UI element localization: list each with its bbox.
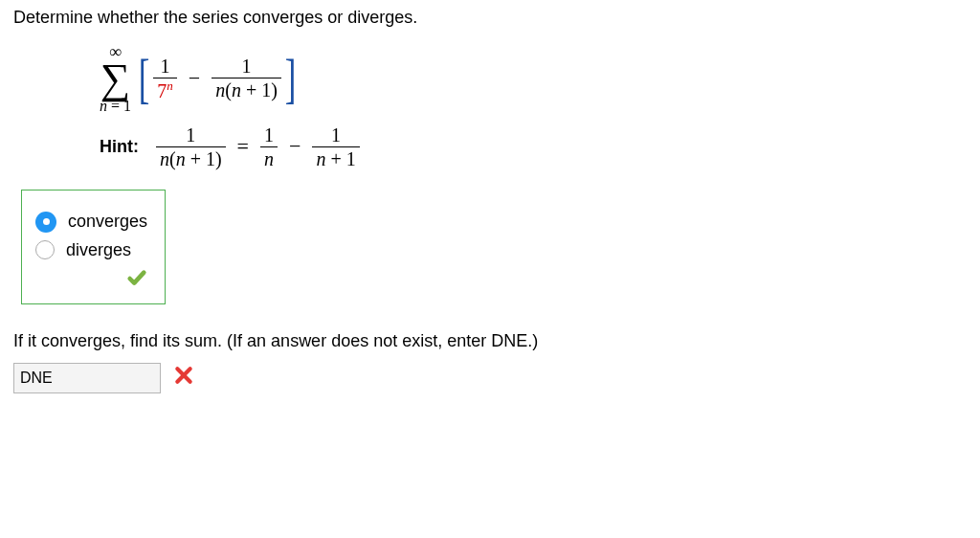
option-converges-label: converges [68,212,147,232]
part2-prompt: If it converges, find its sum. (If an an… [13,331,967,351]
incorrect-x-icon [174,366,193,390]
hint-label: Hint: [100,137,139,157]
hint-rhs-fraction-1: 1 n [260,123,278,170]
option-converges[interactable]: converges [35,212,147,233]
correct-check-icon [35,268,147,294]
sum-input[interactable] [13,363,161,393]
radio-selected-icon[interactable] [35,212,56,233]
minus-op: − [189,66,200,91]
answer-box: converges diverges [21,190,166,304]
sigma-icon: ∑ [100,60,130,99]
bracket-open-icon: [ [139,56,150,101]
question-prompt: Determine whether the series converges o… [13,8,967,28]
sigma-notation: ∞ ∑ n = 1 [100,43,131,114]
hint-rhs-fraction-2: 1 n + 1 [312,123,359,170]
fraction-1: 1 7n [153,55,177,102]
hint-lhs-fraction: 1 n(n + 1) [156,123,226,170]
fraction-2: 1 n(n + 1) [212,55,281,101]
sigma-lower-limit: n = 1 [100,99,131,114]
hint-row: Hint: 1 n(n + 1) = 1 n − 1 n + 1 [100,123,967,170]
minus-op-2: − [289,134,301,159]
equals-op: = [237,134,249,159]
radio-unselected-icon[interactable] [35,240,55,259]
option-diverges[interactable]: diverges [35,240,147,260]
series-expression: ∞ ∑ n = 1 [ 1 7n − 1 n(n + 1) ] Hint: 1 … [13,43,967,170]
bracket-close-icon: ] [285,56,297,101]
option-diverges-label: diverges [66,240,131,260]
